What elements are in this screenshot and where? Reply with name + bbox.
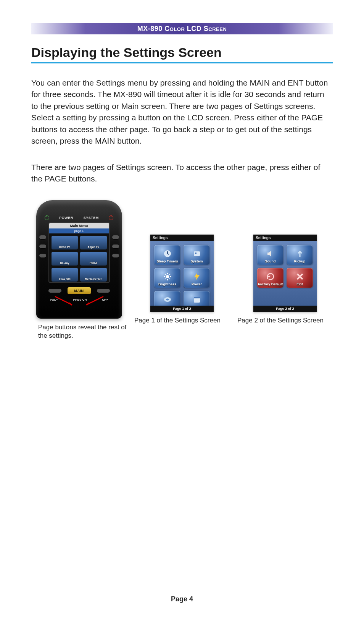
caption-3: Page 2 of the Settings Screen [237,316,333,325]
left-side-buttons [39,235,46,257]
svg-rect-1 [194,251,200,256]
exit-icon [295,272,304,281]
settings-item: Sound [257,245,283,265]
paragraph-2: There are two pages of Settings screen. … [31,162,333,185]
power-off-icon [109,215,113,220]
remote-menu-item: Media Center [80,268,107,282]
remote-menu-item: PSX-2 [80,252,107,266]
remote-menu-item: Blu-ray [52,252,78,266]
prev-label: PREV CH [73,298,87,301]
ch-label: CH+ [102,298,108,301]
sound-icon [266,249,275,258]
power-label: POWER [59,216,73,220]
vol-label: VOL+ [50,298,58,301]
main-button: MAIN [68,287,91,294]
page-number: Page 4 [0,595,364,603]
page-title: Displaying the Settings Screen [31,45,333,63]
clock-icon [163,249,172,258]
remote-menu-item: Xbox 360 [52,268,78,282]
figure-settings-page2: Settings Sound Pickup Factory Default Ex… [237,235,333,325]
header-bar: MX-890 Color LCD Screen [31,23,333,34]
settings-item: Exit [287,268,313,288]
left-page-button [48,289,61,293]
settings-item: Power [184,268,210,288]
figure-settings-page1: Settings Sleep Timers System Brightness … [134,235,230,325]
settings-item: Brightness [154,268,180,288]
caption-2: Page 1 of the Settings Screen [134,316,230,325]
settings-item: Factory Default [257,268,283,288]
svg-rect-2 [195,253,196,254]
settings-item: Pickup [287,245,313,265]
factory-default-icon [266,272,275,281]
settings2-title: Settings [253,235,317,241]
figure-remote: POWER SYSTEM Main Menu page 1 Direc TV A… [31,200,127,341]
right-side-buttons [112,235,119,257]
power-on-icon [45,215,49,220]
settings2-footer: Page 2 of 2 [253,306,317,312]
system-icon [192,249,201,258]
svg-rect-7 [194,297,200,298]
remote-screen-title: Main Menu [49,223,109,228]
remote-menu-item: Apple TV [80,236,107,249]
settings-item: System [184,245,210,265]
brightness-icon [163,272,172,281]
caption-1: Page buttons reveal the rest of the sett… [31,323,127,341]
svg-point-5 [166,298,169,300]
remote-menu-item: Direc TV [52,236,78,249]
button-light-icon [163,295,172,304]
settings-item: Sleep Timers [154,245,180,265]
system-label: SYSTEM [84,216,99,220]
remote-control-illustration: POWER SYSTEM Main Menu page 1 Direc TV A… [36,200,122,319]
paragraph-1: You can enter the Settings menu by press… [31,77,333,147]
settings-screen-1: Settings Sleep Timers System Brightness … [150,235,214,312]
remote-screen-page: page 1 [49,228,109,233]
power-icon [192,272,201,281]
settings-screen-2: Settings Sound Pickup Factory Default Ex… [253,235,317,312]
settings1-footer: Page 1 of 2 [150,306,214,312]
calendar-icon [192,295,201,304]
figures-row: POWER SYSTEM Main Menu page 1 Direc TV A… [31,200,333,341]
pickup-icon [295,249,304,258]
svg-point-3 [166,275,169,278]
right-page-button [97,289,110,293]
settings1-title: Settings [150,235,214,241]
